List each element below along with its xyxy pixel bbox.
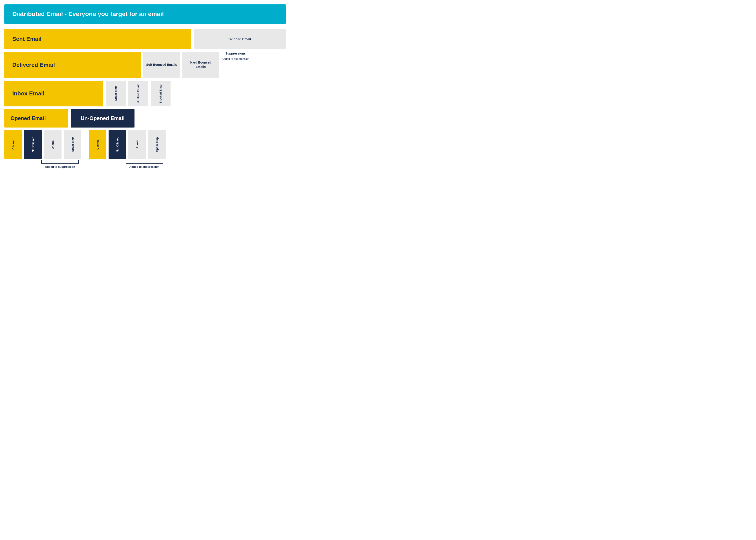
not-clicked-dark-box: Not Clicked — [24, 130, 42, 159]
unopened-sub-section: Clicked Not Clicked Unsub. Spam Trap Ad — [89, 130, 166, 169]
not-clicked-dark-label: Not Clicked — [32, 137, 35, 152]
bracket-opened: Added to suppression — [41, 160, 79, 169]
hard-bounce-label: Hard Bounced Emails — [185, 61, 216, 69]
soft-bounce-box: Soft Bounced Emails — [143, 52, 180, 78]
sent-email-label: Sent Email — [12, 36, 42, 43]
spam-trap-light-label: Spam Trap — [71, 137, 74, 152]
suppressions-title: Suppressions — [222, 52, 250, 55]
clicked-yellow-label: Clicked — [12, 139, 15, 150]
opened-sub-section: Clicked Not Clicked Unsub. Spam Trap Ad — [4, 130, 81, 169]
row-opened: Opened Email Un-Opened Email — [4, 109, 286, 128]
spam-trap-label: Spam Trap — [114, 86, 118, 101]
banner-title: Distributed Email - Everyone you target … — [12, 11, 164, 17]
unopened-email-box: Un-Opened Email — [71, 109, 135, 128]
suppressions-col: Suppressions Added to suppression — [222, 52, 250, 61]
clicked2-yellow-box: Clicked — [89, 130, 106, 159]
bracket-line-unopened — [126, 160, 163, 164]
opened-sub-boxes: Clicked Not Clicked Unsub. Spam Trap — [4, 130, 81, 159]
opened-email-box: Opened Email — [4, 109, 68, 128]
inbox-email-box: Inbox Email — [4, 81, 103, 106]
delivered-email-box: Delivered Email — [4, 52, 141, 78]
delivered-email-label: Delivered Email — [12, 62, 55, 68]
skipped-email-box: Skipped Email — [194, 29, 286, 49]
inbox-email-label: Inbox Email — [12, 90, 45, 97]
bounce-boxes: Soft Bounced Emails Hard Bounced Emails — [143, 52, 219, 78]
row-sub: Clicked Not Clicked Unsub. Spam Trap Ad — [4, 130, 286, 169]
spam-trap-box: Spam Trap — [106, 81, 126, 106]
added-suppression-opened: Added to suppression — [45, 165, 75, 169]
unopened-sub-boxes: Clicked Not Clicked Unsub. Spam Trap — [89, 130, 166, 159]
added-suppression-unopened: Added to suppression — [129, 165, 159, 169]
junked-email-label: Junked Email — [136, 84, 140, 103]
unsub2-light-label: Unsub. — [136, 140, 139, 149]
bracket-line-opened — [41, 160, 79, 164]
hard-bounce-box: Hard Bounced Emails — [182, 52, 219, 78]
spam-trap-light-box: Spam Trap — [64, 130, 81, 159]
skipped-email-label: Skipped Email — [229, 37, 251, 41]
main-layout: Sent Email Skipped Email Delivered Email… — [4, 29, 286, 169]
diagram-wrapper: Distributed Email - Everyone you target … — [4, 4, 286, 169]
row-sent: Sent Email Skipped Email — [4, 29, 286, 49]
unopened-email-label: Un-Opened Email — [81, 115, 125, 121]
unsub2-light-box: Unsub. — [128, 130, 146, 159]
inbox-side-boxes: Spam Trap Junked Email Blocked Email — [106, 81, 170, 106]
soft-bounce-label: Soft Bounced Emails — [146, 63, 177, 67]
junked-email-box: Junked Email — [128, 81, 148, 106]
opened-email-label: Opened Email — [11, 115, 46, 121]
added-to-suppression-bounce: Added to suppression — [222, 57, 250, 61]
clicked-yellow-box: Clicked — [4, 130, 22, 159]
not-clicked2-dark-label: Not Clicked — [116, 137, 119, 152]
not-clicked2-dark-box: Not Clicked — [109, 130, 126, 159]
sent-email-box: Sent Email — [4, 29, 191, 49]
unsub-light-label: Unsub. — [51, 140, 54, 149]
spam-trap2-light-label: Spam Trap — [156, 137, 159, 152]
blocked-email-box: Blocked Email — [151, 81, 170, 106]
row-delivered: Delivered Email Soft Bounced Emails Hard… — [4, 52, 286, 78]
bracket-unopened: Added to suppression — [126, 160, 163, 169]
top-banner: Distributed Email - Everyone you target … — [4, 4, 286, 24]
spam-trap2-light-box: Spam Trap — [148, 130, 166, 159]
clicked2-yellow-label: Clicked — [96, 139, 99, 150]
blocked-email-label: Blocked Email — [159, 84, 162, 103]
row-inbox: Inbox Email Spam Trap Junked Email Block… — [4, 81, 286, 106]
unsub-light-box: Unsub. — [44, 130, 61, 159]
